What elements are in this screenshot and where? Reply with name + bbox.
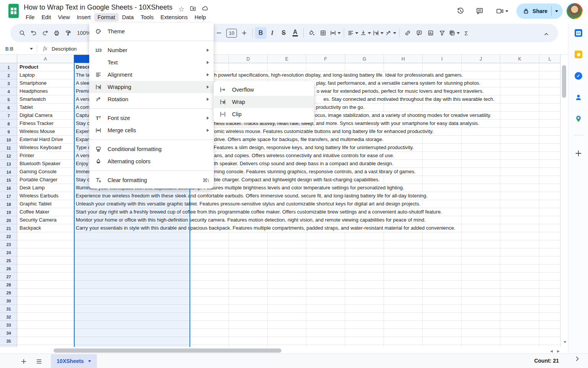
cell-A19[interactable]: Coffee Maker: [20, 208, 49, 216]
cell-B2-overflow[interactable]: h powerful specifications, high-resoluti…: [214, 71, 464, 79]
format-menu-item-rotation[interactable]: Rotation: [89, 93, 214, 105]
tasks-icon[interactable]: ✓: [574, 72, 583, 80]
cell-B10-overflow[interactable]: drive. Offers ample space for backups, f…: [214, 136, 385, 143]
cell-A20[interactable]: Security Camera: [20, 216, 57, 224]
cell-B4-overflow[interactable]: o wear for extended periods, perfect for…: [317, 87, 485, 95]
merge-cells-icon: [95, 127, 102, 134]
side-panel-rail: 31✓: [568, 24, 588, 353]
menu-item-label: Wrapping: [108, 84, 131, 90]
menu-item-label: Theme: [108, 28, 125, 34]
format-menu-item-alignment[interactable]: Alignment: [89, 69, 214, 81]
format-menu-item-text[interactable]: Text: [89, 56, 214, 69]
maps-icon[interactable]: [574, 115, 583, 123]
cell-A8[interactable]: Fitness Tracker: [20, 120, 54, 127]
side-panel-divider: [573, 135, 583, 135]
vertical-scrollbar-thumb[interactable]: [562, 65, 566, 98]
submenu-arrow-icon: [207, 117, 209, 120]
format-menu-item-font-size[interactable]: TTFont size: [89, 112, 214, 124]
vertical-scrollbar[interactable]: [560, 55, 567, 347]
cell-A18[interactable]: Graphic Tablet: [20, 200, 52, 208]
cell-B9-overflow[interactable]: omic wireless mouse. Features customizab…: [214, 128, 435, 135]
cell-B15-overflow[interactable]: ble charger. Compact and lightweight des…: [214, 176, 381, 184]
submenu-arrow-icon: [207, 49, 209, 52]
menu-item-label: Merge cells: [108, 127, 136, 133]
account-avatar[interactable]: [567, 3, 583, 19]
wrapping-option-overflow[interactable]: Overflow: [214, 84, 314, 96]
cell-B11-overflow[interactable]: Features a slim design, responsive keys,…: [214, 144, 415, 151]
add-icon[interactable]: [574, 149, 583, 158]
menu-item-label: Overflow: [232, 87, 254, 93]
horizontal-scroll-left-icon[interactable]: ◀: [550, 349, 553, 353]
horizontal-scrollbar-thumb[interactable]: [54, 348, 281, 353]
menu-divider: [89, 41, 214, 41]
format-menu-item-number[interactable]: 123Number: [89, 44, 214, 56]
calendar-icon[interactable]: 31: [574, 29, 583, 37]
menu-item-label: Text: [108, 59, 118, 66]
count-badge[interactable]: Count: 21: [534, 358, 559, 364]
sheet-tab-caret-icon[interactable]: [88, 360, 91, 362]
wrapping-option-clip[interactable]: Clip: [214, 108, 314, 120]
cell-B13-overflow[interactable]: th speaker. Delivers crisp sound and dee…: [214, 160, 395, 168]
format-menu-item-merge-cells[interactable]: Merge cells: [89, 124, 214, 136]
submenu-arrow-icon: [207, 129, 209, 132]
cell-B14-overflow[interactable]: ming console. Features stunning graphics…: [214, 168, 417, 176]
menu-item-label: Font size: [108, 115, 130, 121]
cell-A5[interactable]: Smartwatch: [20, 95, 46, 103]
cell-B6-overflow[interactable]: productivity on the go.: [316, 104, 366, 111]
open-side-panel-icon[interactable]: [574, 356, 580, 363]
google-sheets-app: How to Wrap Text in Google Sheets - 10XS…: [0, 0, 588, 368]
format-menu-item-wrapping[interactable]: Wrapping: [89, 81, 214, 93]
cell-A3[interactable]: Smartphone: [20, 79, 47, 87]
format-menu-item-conditional-formatting[interactable]: Conditional formatting: [89, 143, 214, 155]
menu-item-label: Conditional formatting: [108, 146, 162, 152]
submenu-arrow-icon: [207, 61, 209, 64]
cell-B5-overflow[interactable]: es. Stay connected and motivated through…: [323, 95, 496, 103]
submenu-arrow-icon: [207, 98, 209, 101]
cell-A10[interactable]: External Hard Drive: [20, 136, 63, 143]
wrapping-option-wrap[interactable]: Wrap: [214, 96, 314, 108]
cell-A1[interactable]: Product: [20, 63, 38, 71]
cell-B3-overflow[interactable]: play, fast performance, and a versatile …: [316, 79, 482, 87]
cell-A12[interactable]: Printer: [20, 152, 34, 159]
cell-B7-overflow[interactable]: ocus, image stabilization, and a variety…: [315, 112, 493, 119]
menu-divider: [89, 171, 214, 171]
alternating-colors-icon: [95, 158, 102, 165]
cell-A2[interactable]: Laptop: [20, 71, 35, 79]
cell-A14[interactable]: Gaming Console: [20, 168, 57, 176]
menu-divider: [89, 140, 214, 140]
vertical-scroll-down-icon[interactable]: [562, 343, 567, 350]
cell-A7[interactable]: Digital Camera: [20, 112, 52, 119]
wrap-icon: [219, 99, 226, 105]
selection-border-left: [74, 63, 75, 347]
format-menu-item-alternating-colors[interactable]: Alternating colors: [89, 155, 214, 168]
cell-A13[interactable]: Bluetooth Speaker: [20, 160, 60, 168]
cell-A15[interactable]: Portable Charger: [20, 176, 57, 184]
cell-A16[interactable]: Desk Lamp: [20, 184, 45, 192]
menu-shortcut: ⌘\: [203, 177, 209, 183]
cell-A6[interactable]: Tablet: [20, 104, 33, 111]
horizontal-scroll-right-icon[interactable]: ▶: [557, 349, 560, 353]
wrapping-submenu: OverflowWrapClip: [214, 81, 314, 123]
all-sheets-icon[interactable]: [34, 357, 44, 366]
clear-format-icon: [95, 177, 102, 184]
menu-divider: [89, 108, 214, 109]
menu-item-label: Number: [108, 47, 127, 53]
cell-A11[interactable]: Wireless Keyboard: [20, 144, 61, 151]
cell-A9[interactable]: Wireless Mouse: [20, 128, 55, 135]
menu-item-label: Alternating colors: [108, 158, 150, 164]
submenu-arrow-icon: [207, 73, 209, 76]
add-sheet-icon[interactable]: [19, 357, 28, 366]
menu-item-label: Clear formatting: [108, 177, 147, 183]
font-size-icon: TT: [96, 115, 101, 121]
cell-A4[interactable]: Headphones: [20, 87, 48, 95]
menu-item-label: Rotation: [108, 96, 128, 102]
cell-A17[interactable]: Wireless Earbuds: [20, 192, 59, 200]
overflow-icon: [219, 86, 226, 93]
cell-B12-overflow[interactable]: ans, and copies. Offers wireless connect…: [214, 152, 396, 159]
sheet-tab-active[interactable]: 10XSheets: [51, 354, 97, 368]
format-menu-item-clear-formatting[interactable]: Clear formatting⌘\: [89, 174, 214, 186]
keep-icon[interactable]: [574, 50, 583, 59]
format-menu-item-theme[interactable]: Theme: [89, 25, 214, 38]
contacts-icon[interactable]: [574, 93, 583, 102]
cell-A21[interactable]: Backpack: [20, 224, 41, 232]
